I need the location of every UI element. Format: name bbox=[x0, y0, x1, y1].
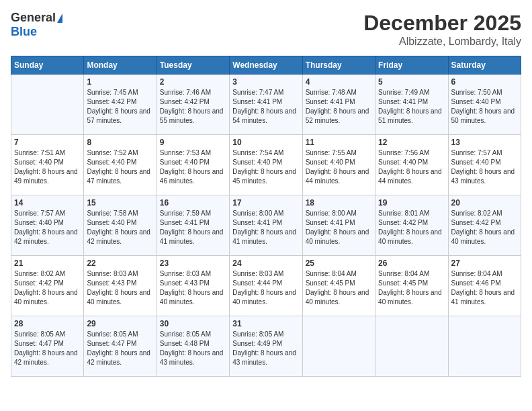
sunset-text: Sunset: 4:40 PM bbox=[306, 158, 355, 166]
day-number: 12 bbox=[378, 138, 445, 147]
sunrise-text: Sunrise: 8:05 AM bbox=[232, 330, 283, 338]
sunrise-text: Sunrise: 7:47 AM bbox=[232, 89, 283, 96]
sunrise-text: Sunrise: 7:59 AM bbox=[160, 210, 211, 217]
header: General Blue December 2025 Albizzate, Lo… bbox=[11, 11, 521, 48]
daylight-text: Daylight: 8 hours and 42 minutes. bbox=[14, 349, 78, 366]
day-number: 29 bbox=[87, 319, 153, 328]
sunset-text: Sunset: 4:41 PM bbox=[378, 98, 428, 105]
daylight-text: Daylight: 8 hours and 44 minutes. bbox=[378, 168, 442, 185]
day-info: Sunrise: 8:03 AMSunset: 4:43 PMDaylight:… bbox=[87, 269, 153, 307]
day-number: 5 bbox=[378, 77, 445, 87]
day-info: Sunrise: 7:45 AMSunset: 4:42 PMDaylight:… bbox=[87, 88, 153, 126]
day-info: Sunrise: 8:02 AMSunset: 4:42 PMDaylight:… bbox=[14, 269, 81, 307]
day-number: 24 bbox=[232, 259, 299, 268]
calendar-cell: 26Sunrise: 8:04 AMSunset: 4:45 PMDayligh… bbox=[375, 256, 448, 316]
sunrise-text: Sunrise: 8:05 AM bbox=[160, 330, 211, 338]
sunrise-text: Sunrise: 7:55 AM bbox=[306, 149, 357, 156]
sunrise-text: Sunrise: 8:04 AM bbox=[306, 270, 357, 277]
day-number: 16 bbox=[160, 198, 226, 208]
sunset-text: Sunset: 4:43 PM bbox=[87, 279, 136, 287]
calendar-cell: 8Sunrise: 7:52 AMSunset: 4:40 PMDaylight… bbox=[84, 135, 157, 195]
day-info: Sunrise: 7:57 AMSunset: 4:40 PMDaylight:… bbox=[14, 209, 81, 246]
daylight-text: Daylight: 8 hours and 43 minutes. bbox=[160, 349, 224, 366]
day-of-week-header: Monday bbox=[84, 56, 157, 75]
daylight-text: Daylight: 8 hours and 55 minutes. bbox=[160, 107, 224, 124]
daylight-text: Daylight: 8 hours and 49 minutes. bbox=[14, 168, 78, 185]
daylight-text: Daylight: 8 hours and 52 minutes. bbox=[306, 107, 369, 124]
calendar-cell: 19Sunrise: 8:01 AMSunset: 4:42 PMDayligh… bbox=[375, 195, 448, 256]
day-number: 30 bbox=[160, 319, 226, 328]
sunset-text: Sunset: 4:40 PM bbox=[14, 158, 64, 166]
calendar-cell: 21Sunrise: 8:02 AMSunset: 4:42 PMDayligh… bbox=[11, 256, 84, 316]
day-info: Sunrise: 8:01 AMSunset: 4:42 PMDaylight:… bbox=[378, 209, 445, 246]
day-number: 13 bbox=[451, 138, 518, 147]
calendar-cell: 30Sunrise: 8:05 AMSunset: 4:48 PMDayligh… bbox=[157, 316, 229, 377]
calendar-cell: 1Sunrise: 7:45 AMSunset: 4:42 PMDaylight… bbox=[84, 75, 157, 135]
day-info: Sunrise: 7:55 AMSunset: 4:40 PMDaylight:… bbox=[306, 148, 372, 186]
sunrise-text: Sunrise: 8:05 AM bbox=[87, 330, 138, 338]
day-number: 3 bbox=[232, 77, 299, 87]
calendar-cell: 24Sunrise: 8:03 AMSunset: 4:44 PMDayligh… bbox=[230, 256, 302, 316]
daylight-text: Daylight: 8 hours and 42 minutes. bbox=[87, 349, 150, 366]
day-number: 9 bbox=[160, 138, 226, 147]
sunrise-text: Sunrise: 7:53 AM bbox=[160, 149, 211, 156]
day-number: 1 bbox=[87, 77, 153, 87]
daylight-text: Daylight: 8 hours and 41 minutes. bbox=[160, 228, 224, 245]
calendar-week-row: 14Sunrise: 7:57 AMSunset: 4:40 PMDayligh… bbox=[11, 195, 521, 256]
day-number: 22 bbox=[87, 259, 153, 268]
calendar-cell: 22Sunrise: 8:03 AMSunset: 4:43 PMDayligh… bbox=[84, 256, 157, 316]
day-info: Sunrise: 8:04 AMSunset: 4:46 PMDaylight:… bbox=[451, 269, 518, 307]
calendar-cell bbox=[375, 316, 448, 377]
daylight-text: Daylight: 8 hours and 40 minutes. bbox=[160, 289, 224, 306]
day-info: Sunrise: 8:00 AMSunset: 4:41 PMDaylight:… bbox=[232, 209, 299, 246]
sunset-text: Sunset: 4:40 PM bbox=[451, 158, 501, 166]
sunset-text: Sunset: 4:45 PM bbox=[378, 279, 428, 287]
day-info: Sunrise: 8:05 AMSunset: 4:47 PMDaylight:… bbox=[87, 330, 153, 367]
sunset-text: Sunset: 4:41 PM bbox=[306, 219, 355, 226]
sunrise-text: Sunrise: 8:00 AM bbox=[306, 210, 357, 217]
calendar-table: SundayMondayTuesdayWednesdayThursdayFrid… bbox=[11, 56, 521, 377]
sunset-text: Sunset: 4:40 PM bbox=[451, 98, 501, 105]
daylight-text: Daylight: 8 hours and 40 minutes. bbox=[306, 289, 369, 306]
sunrise-text: Sunrise: 7:54 AM bbox=[232, 149, 283, 156]
calendar-cell: 29Sunrise: 8:05 AMSunset: 4:47 PMDayligh… bbox=[84, 316, 157, 377]
daylight-text: Daylight: 8 hours and 40 minutes. bbox=[378, 289, 442, 306]
day-of-week-header: Thursday bbox=[302, 56, 375, 75]
calendar-week-row: 21Sunrise: 8:02 AMSunset: 4:42 PMDayligh… bbox=[11, 256, 521, 316]
daylight-text: Daylight: 8 hours and 50 minutes. bbox=[451, 107, 515, 124]
calendar-cell: 7Sunrise: 7:51 AMSunset: 4:40 PMDaylight… bbox=[11, 135, 84, 195]
calendar-cell: 16Sunrise: 7:59 AMSunset: 4:41 PMDayligh… bbox=[157, 195, 229, 256]
day-info: Sunrise: 7:53 AMSunset: 4:40 PMDaylight:… bbox=[160, 148, 226, 186]
daylight-text: Daylight: 8 hours and 41 minutes. bbox=[451, 289, 515, 306]
day-of-week-header: Wednesday bbox=[230, 56, 302, 75]
day-info: Sunrise: 7:56 AMSunset: 4:40 PMDaylight:… bbox=[378, 148, 445, 186]
sunset-text: Sunset: 4:40 PM bbox=[87, 158, 136, 166]
logo-triangle-icon bbox=[57, 13, 62, 23]
day-number: 7 bbox=[14, 138, 81, 147]
day-info: Sunrise: 8:00 AMSunset: 4:41 PMDaylight:… bbox=[306, 209, 372, 246]
day-number: 26 bbox=[378, 259, 445, 268]
calendar-cell bbox=[11, 75, 84, 135]
day-info: Sunrise: 7:52 AMSunset: 4:40 PMDaylight:… bbox=[87, 148, 153, 186]
title-area: December 2025 Albizzate, Lombardy, Italy bbox=[363, 11, 521, 48]
sunrise-text: Sunrise: 7:48 AM bbox=[306, 89, 357, 96]
sunrise-text: Sunrise: 8:02 AM bbox=[451, 210, 502, 217]
sunrise-text: Sunrise: 8:03 AM bbox=[232, 270, 283, 277]
day-number: 21 bbox=[14, 259, 81, 268]
sunrise-text: Sunrise: 7:56 AM bbox=[378, 149, 429, 156]
day-number: 8 bbox=[87, 138, 153, 147]
sunset-text: Sunset: 4:40 PM bbox=[160, 158, 210, 166]
calendar-week-row: 28Sunrise: 8:05 AMSunset: 4:47 PMDayligh… bbox=[11, 316, 521, 377]
calendar-cell: 17Sunrise: 8:00 AMSunset: 4:41 PMDayligh… bbox=[230, 195, 302, 256]
sunrise-text: Sunrise: 7:51 AM bbox=[14, 149, 65, 156]
calendar-cell: 31Sunrise: 8:05 AMSunset: 4:49 PMDayligh… bbox=[230, 316, 302, 377]
day-number: 17 bbox=[232, 198, 299, 208]
sunset-text: Sunset: 4:48 PM bbox=[160, 340, 210, 347]
calendar-cell: 23Sunrise: 8:03 AMSunset: 4:43 PMDayligh… bbox=[157, 256, 229, 316]
sunrise-text: Sunrise: 7:50 AM bbox=[451, 89, 502, 96]
sunrise-text: Sunrise: 7:52 AM bbox=[87, 149, 138, 156]
day-info: Sunrise: 7:57 AMSunset: 4:40 PMDaylight:… bbox=[451, 148, 518, 186]
sunrise-text: Sunrise: 7:45 AM bbox=[87, 89, 138, 96]
sunset-text: Sunset: 4:42 PM bbox=[451, 219, 501, 226]
calendar-cell: 3Sunrise: 7:47 AMSunset: 4:41 PMDaylight… bbox=[230, 75, 302, 135]
